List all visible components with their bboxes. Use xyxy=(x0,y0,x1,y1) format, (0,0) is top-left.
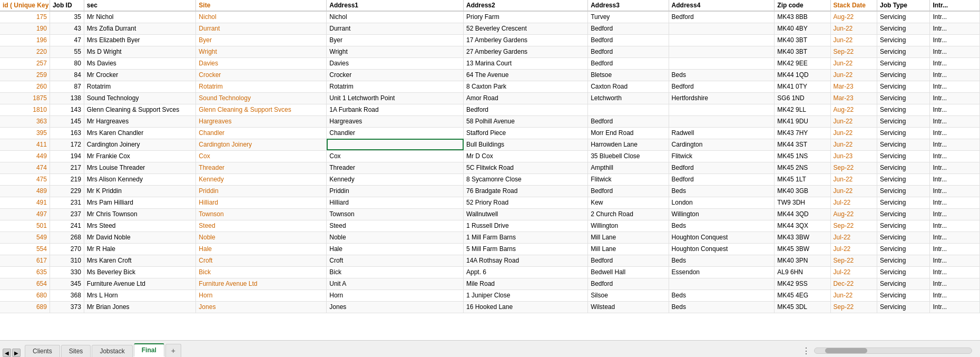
table-row[interactable]: 411172Cardington JoineryCardington Joine… xyxy=(0,139,980,150)
table-row[interactable]: 497237Mr Chris TownsonTownsonTownsonWall… xyxy=(0,208,980,220)
cell-site[interactable]: Furniture Avenue Ltd xyxy=(196,278,327,290)
cell-zip[interactable]: MK40 4BY xyxy=(775,23,830,34)
cell-job-id[interactable]: 84 xyxy=(50,69,84,81)
table-row[interactable]: 25780Ms DaviesDaviesDavies13 Marina Cour… xyxy=(0,57,980,69)
cell-rest[interactable]: Intr... xyxy=(930,139,980,150)
cell-rest[interactable]: Intr... xyxy=(930,127,980,139)
table-row[interactable]: 489229Mr K PriddinPriddinPriddin76 Bradg… xyxy=(0,185,980,197)
cell-address1[interactable]: Priddin xyxy=(327,185,464,197)
cell-sec[interactable]: Mrs Alison Kennedy xyxy=(84,173,196,185)
cell-address3[interactable]: Caxton Road xyxy=(588,81,669,92)
cell-address4[interactable] xyxy=(669,278,775,290)
cell-address4[interactable] xyxy=(669,46,775,57)
cell-zip[interactable]: MK45 1LT xyxy=(775,173,830,185)
cell-job-id[interactable]: 241 xyxy=(50,220,84,231)
cell-job-type[interactable]: Servicing xyxy=(877,173,930,185)
cell-address3[interactable]: Wilstead xyxy=(588,301,669,313)
cell-job-id[interactable]: 143 xyxy=(50,104,84,115)
cell-sec[interactable]: Mrs Louise Threader xyxy=(84,162,196,173)
cell-unique-key[interactable]: 554 xyxy=(0,243,50,255)
cell-address3[interactable]: Ampthill xyxy=(588,162,669,173)
cell-unique-key[interactable]: 491 xyxy=(0,197,50,208)
cell-site[interactable]: Glenn Cleaning & Support Svces xyxy=(196,104,327,115)
cell-job-type[interactable]: Servicing xyxy=(877,162,930,173)
cell-zip[interactable]: MK45 2NS xyxy=(775,162,830,173)
cell-unique-key[interactable]: 196 xyxy=(0,34,50,46)
cell-address2[interactable]: 5C Flitwick Road xyxy=(464,162,588,173)
cell-job-type[interactable]: Servicing xyxy=(877,255,930,266)
cell-rest[interactable]: Intr... xyxy=(930,92,980,104)
tab-add-button[interactable]: + xyxy=(165,344,181,357)
cell-address3[interactable]: Bedford xyxy=(588,255,669,266)
cell-address1[interactable]: Unit 1 Letchworth Point xyxy=(327,92,464,104)
cell-job-type[interactable]: Servicing xyxy=(877,34,930,46)
cell-address4[interactable]: Beds xyxy=(669,301,775,313)
cell-site[interactable]: Steed xyxy=(196,220,327,231)
cell-job-id[interactable]: 43 xyxy=(50,23,84,34)
cell-address2[interactable]: 64 The Avenue xyxy=(464,69,588,81)
table-row[interactable]: 395163Mrs Karen ChandlerChandlerChandler… xyxy=(0,127,980,139)
cell-job-type[interactable]: Servicing xyxy=(877,220,930,231)
table-row[interactable]: 475219Mrs Alison KennedyKennedyKennedy8 … xyxy=(0,173,980,185)
cell-site[interactable]: Townson xyxy=(196,208,327,220)
cell-stack-date[interactable]: Sep-22 xyxy=(830,220,877,231)
cell-sec[interactable]: Mr Brian Jones xyxy=(84,301,196,313)
cell-address1[interactable]: Croft xyxy=(327,255,464,266)
cell-rest[interactable]: Intr... xyxy=(930,23,980,34)
table-row[interactable]: 474217Mrs Louise ThreaderThreaderThreade… xyxy=(0,162,980,173)
table-row[interactable]: 680368Mrs L HornHornHorn1 Juniper CloseS… xyxy=(0,290,980,301)
cell-job-type[interactable]: Servicing xyxy=(877,197,930,208)
cell-address2[interactable]: 1 Mill Farm Barns xyxy=(464,231,588,243)
col-header-stack-date[interactable]: Stack Date xyxy=(830,0,877,11)
cell-address1[interactable]: Wright xyxy=(327,46,464,57)
cell-unique-key[interactable]: 497 xyxy=(0,208,50,220)
cell-address1[interactable]: Chandler xyxy=(327,127,464,139)
cell-job-type[interactable]: Servicing xyxy=(877,23,930,34)
cell-job-type[interactable]: Servicing xyxy=(877,46,930,57)
cell-site[interactable]: Davies xyxy=(196,57,327,69)
cell-site[interactable]: Chandler xyxy=(196,127,327,139)
cell-stack-date[interactable]: Mar-23 xyxy=(830,92,877,104)
cell-address4[interactable]: Bedford xyxy=(669,81,775,92)
cell-job-type[interactable]: Servicing xyxy=(877,185,930,197)
cell-address3[interactable]: Bedwell Hall xyxy=(588,266,669,278)
table-row[interactable]: 19647Mrs Elizabeth ByerByerByer17 Amberl… xyxy=(0,34,980,46)
cell-unique-key[interactable]: 395 xyxy=(0,127,50,139)
col-header-address3[interactable]: Address3 xyxy=(588,0,669,11)
cell-address3[interactable]: Turvey xyxy=(588,11,669,23)
table-row[interactable]: 501241Mrs SteedSteedSteed1 Russell Drive… xyxy=(0,220,980,231)
cell-unique-key[interactable]: 680 xyxy=(0,290,50,301)
cell-address4[interactable]: Willington xyxy=(669,208,775,220)
cell-address1[interactable]: Hale xyxy=(327,243,464,255)
cell-zip[interactable]: MK45 3DL xyxy=(775,301,830,313)
col-header-zip[interactable]: Zip code xyxy=(775,0,830,11)
cell-address3[interactable]: Letchworth xyxy=(588,92,669,104)
cell-rest[interactable]: Intr... xyxy=(930,150,980,162)
cell-stack-date[interactable]: Jun-22 xyxy=(830,139,877,150)
cell-rest[interactable]: Intr... xyxy=(930,231,980,243)
cell-address1[interactable]: Bick xyxy=(327,266,464,278)
cell-unique-key[interactable]: 363 xyxy=(0,115,50,127)
cell-stack-date[interactable]: Sep-22 xyxy=(830,46,877,57)
cell-rest[interactable]: Intr... xyxy=(930,290,980,301)
cell-site[interactable]: Horn xyxy=(196,290,327,301)
cell-site[interactable]: Sound Technology xyxy=(196,92,327,104)
cell-unique-key[interactable]: 259 xyxy=(0,69,50,81)
cell-stack-date[interactable]: Jun-22 xyxy=(830,57,877,69)
table-row[interactable]: 491231Mrs Pam HilliardHilliardHilliard52… xyxy=(0,197,980,208)
cell-sec[interactable]: Mr R Hale xyxy=(84,243,196,255)
cell-unique-key[interactable]: 654 xyxy=(0,278,50,290)
cell-address3[interactable]: Bedford xyxy=(588,46,669,57)
cell-zip[interactable]: MK44 3QD xyxy=(775,208,830,220)
cell-job-id[interactable]: 237 xyxy=(50,208,84,220)
cell-rest[interactable]: Intr... xyxy=(930,255,980,266)
cell-job-id[interactable]: 373 xyxy=(50,301,84,313)
cell-address1[interactable]: Threader xyxy=(327,162,464,173)
cell-site[interactable]: Nichol xyxy=(196,11,327,23)
cell-address1[interactable]: Horn xyxy=(327,290,464,301)
table-row[interactable]: 363145Mr HargreavesHargreavesHargreaves5… xyxy=(0,115,980,127)
cell-sec[interactable]: Ms Davies xyxy=(84,57,196,69)
table-row[interactable]: 689373Mr Brian JonesJonesJones16 Hooked … xyxy=(0,301,980,313)
cell-zip[interactable]: AL9 6HN xyxy=(775,266,830,278)
cell-address1[interactable]: Unit A xyxy=(327,278,464,290)
